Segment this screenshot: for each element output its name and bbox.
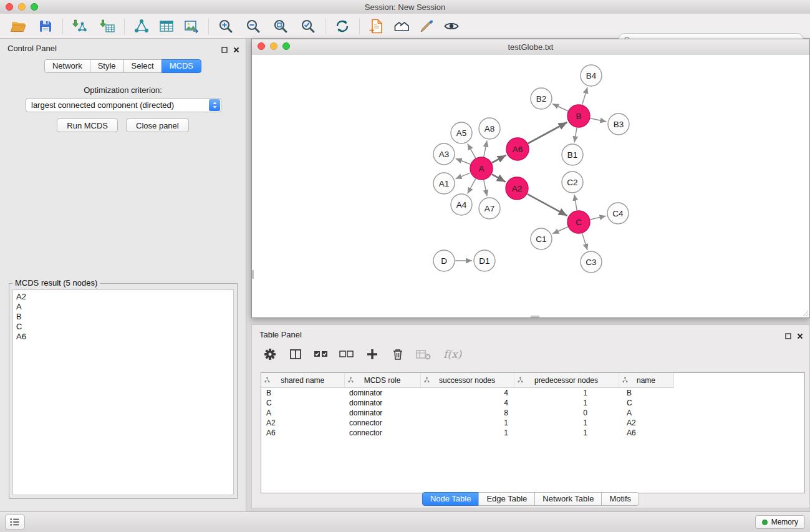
table-cell[interactable]: 0	[514, 408, 619, 418]
column-header-predecessor-nodes[interactable]: predecessor nodes	[514, 373, 619, 388]
horizontal-scroll-indicator[interactable]	[531, 316, 539, 317]
graph-edge-B-B1[interactable]	[574, 128, 577, 143]
graph-edge-A-A1[interactable]	[456, 173, 471, 179]
table-cell[interactable]: dominator	[344, 398, 420, 408]
add-column-button[interactable]	[364, 346, 380, 362]
table-row[interactable]: Bdominator41B	[261, 388, 673, 399]
graph-node-A1[interactable]: A1	[433, 173, 455, 194]
column-header-shared-name[interactable]: shared name	[261, 373, 344, 388]
graph-node-D1[interactable]: D1	[474, 250, 495, 271]
graph-edge-A-A4[interactable]	[468, 179, 476, 194]
graph-node-D[interactable]: D	[433, 250, 455, 271]
open-file-button[interactable]	[9, 17, 27, 36]
import-network-file-button[interactable]	[70, 17, 89, 36]
table-cell[interactable]: B	[619, 388, 673, 399]
table-cell[interactable]: A	[619, 408, 673, 418]
tab-node-table[interactable]: Node Table	[422, 492, 480, 506]
mcds-result-item[interactable]: B	[16, 312, 230, 322]
table-cell[interactable]: A2	[619, 418, 673, 428]
table-cell[interactable]: 1	[514, 388, 619, 399]
tab-select[interactable]: Select	[123, 59, 162, 73]
home-button[interactable]	[392, 17, 411, 36]
graph-node-A6[interactable]: A6	[506, 138, 529, 160]
memory-button[interactable]: Memory	[755, 515, 805, 529]
zoom-network-window-button[interactable]	[282, 42, 290, 50]
mcds-result-item[interactable]: A	[16, 302, 230, 312]
task-history-button[interactable]	[5, 515, 25, 530]
graph-node-B1[interactable]: B1	[562, 144, 583, 165]
import-table-file-button[interactable]	[98, 17, 117, 36]
graph-edge-A-A7[interactable]	[484, 180, 487, 196]
column-header-name[interactable]: name	[619, 373, 673, 388]
tab-style[interactable]: Style	[90, 59, 124, 73]
graph-edge-C-C4[interactable]	[591, 216, 606, 220]
column-header-successor-nodes[interactable]: successor nodes	[420, 373, 514, 388]
new-table-button[interactable]	[157, 17, 176, 36]
table-cell[interactable]: 1	[420, 428, 514, 438]
graph-edge-B-B4[interactable]	[582, 87, 588, 105]
graph-edge-C-C1[interactable]	[552, 227, 568, 234]
graph-node-C2[interactable]: C2	[562, 172, 583, 193]
tab-motifs[interactable]: Motifs	[601, 492, 639, 506]
close-panel-button[interactable]: Close panel	[126, 118, 189, 132]
table-cell[interactable]: connector	[344, 428, 420, 438]
tab-mcds[interactable]: MCDS	[162, 59, 201, 73]
table-cell[interactable]: 4	[420, 388, 514, 399]
delete-column-button[interactable]	[390, 346, 406, 362]
table-cell[interactable]: C	[619, 398, 673, 408]
mcds-result-item[interactable]: A2	[16, 292, 230, 302]
table-cell[interactable]: 1	[514, 428, 619, 438]
graph-edge-A2-C[interactable]	[528, 194, 567, 216]
run-mcds-button[interactable]: Run MCDS	[57, 118, 118, 132]
table-settings-button[interactable]	[262, 346, 278, 362]
table-cell[interactable]: C	[261, 398, 344, 408]
delete-table-button[interactable]	[415, 346, 432, 362]
close-panel-icon[interactable]	[233, 44, 239, 56]
table-cell[interactable]: 1	[514, 418, 619, 428]
table-row[interactable]: Cdominator41C	[261, 398, 673, 408]
graph-node-A3[interactable]: A3	[433, 143, 455, 165]
graph-edge-A-A6[interactable]	[492, 155, 506, 163]
open-session-page-button[interactable]	[367, 17, 386, 36]
graph-node-C3[interactable]: C3	[581, 251, 602, 273]
graph-node-B4[interactable]: B4	[581, 65, 602, 86]
graph-node-A2[interactable]: A2	[506, 177, 528, 200]
table-cell[interactable]: 4	[420, 398, 514, 408]
graph-edge-C-C2[interactable]	[574, 195, 577, 210]
tab-edge-table[interactable]: Edge Table	[478, 492, 535, 506]
column-header-MCDS-role[interactable]: MCDS role	[344, 373, 420, 388]
table-cell[interactable]: A	[261, 408, 344, 418]
style-brush-button[interactable]	[417, 17, 436, 36]
table-cell[interactable]: dominator	[344, 388, 420, 399]
close-table-panel-icon[interactable]	[797, 331, 803, 342]
minimize-network-window-button[interactable]	[270, 42, 277, 50]
graph-node-A[interactable]: A	[470, 157, 493, 180]
graph-edge-A-A2[interactable]	[492, 174, 506, 181]
table-cell[interactable]: A6	[619, 428, 673, 438]
table-cell[interactable]: 8	[420, 408, 514, 418]
show-columns-button[interactable]	[287, 346, 304, 362]
table-cell[interactable]: connector	[344, 418, 420, 428]
deselect-all-button[interactable]	[339, 346, 355, 362]
zoom-window-button[interactable]	[31, 3, 38, 11]
graph-node-B[interactable]: B	[567, 105, 590, 127]
graph-edge-A6-B[interactable]	[528, 122, 567, 143]
table-row[interactable]: Adominator80A	[261, 408, 673, 418]
zoom-in-button[interactable]	[216, 17, 235, 36]
float-table-panel-icon[interactable]	[785, 331, 791, 342]
new-network-button[interactable]	[132, 17, 151, 36]
mcds-result-item[interactable]: C	[16, 322, 230, 332]
zoom-fit-button[interactable]	[271, 17, 290, 36]
graph-node-B3[interactable]: B3	[608, 114, 629, 135]
export-image-button[interactable]	[182, 17, 201, 36]
show-hide-button[interactable]	[442, 17, 461, 36]
graph-edge-A-A8[interactable]	[484, 141, 487, 157]
graph-edge-A-A5[interactable]	[468, 143, 476, 158]
vertical-scroll-indicator[interactable]	[252, 270, 254, 279]
function-builder-button[interactable]: f(x)	[443, 348, 461, 360]
close-window-button[interactable]	[6, 3, 13, 11]
graph-edge-B-B3[interactable]	[591, 118, 607, 122]
tab-network[interactable]: Network	[44, 59, 90, 73]
graph-node-A4[interactable]: A4	[451, 194, 472, 215]
minimize-window-button[interactable]	[18, 3, 26, 11]
